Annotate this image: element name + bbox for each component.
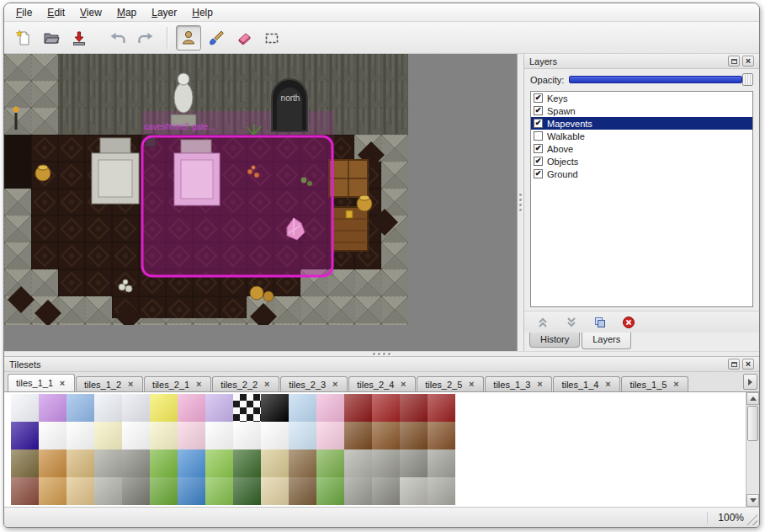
duplicate-layer-button[interactable] <box>592 314 608 331</box>
palette-tile[interactable] <box>11 422 39 450</box>
vertical-splitter[interactable] <box>518 54 523 351</box>
tab-close-icon[interactable] <box>672 380 680 389</box>
palette-tile[interactable] <box>316 450 344 477</box>
palette-tile[interactable] <box>372 422 400 450</box>
scrollbar-track[interactable] <box>746 442 759 494</box>
palette-tile[interactable] <box>372 394 400 422</box>
raise-layer-button[interactable] <box>534 314 551 331</box>
layer-row[interactable]: Objects <box>531 155 752 168</box>
palette-tile[interactable] <box>261 422 289 450</box>
tab-layers[interactable]: Layers <box>582 332 631 349</box>
palette-tile[interactable] <box>150 450 178 477</box>
layer-row[interactable]: Above <box>531 142 752 155</box>
palette-tile[interactable] <box>233 477 261 505</box>
gold-pot-left[interactable] <box>35 165 50 181</box>
tab-close-icon[interactable] <box>194 380 203 389</box>
horizontal-splitter[interactable] <box>4 351 759 357</box>
close-dock-button[interactable] <box>742 56 754 66</box>
tab-close-icon[interactable] <box>263 380 271 389</box>
delete-layer-button[interactable] <box>620 314 637 331</box>
palette-tile[interactable] <box>205 422 233 450</box>
layer-visibility-checkbox[interactable] <box>534 169 543 178</box>
layer-list[interactable]: Keys Spawn Mapevents Walkable Above <box>530 91 753 307</box>
palette-tile[interactable] <box>178 450 205 477</box>
palette-tile[interactable] <box>205 450 233 477</box>
tileset-tab[interactable]: tiles_1_2 <box>76 376 143 391</box>
palette-tile[interactable] <box>11 477 39 505</box>
map-canvas[interactable]: north <box>4 54 518 351</box>
palette-tile[interactable] <box>66 394 94 422</box>
menu-file[interactable]: File <box>9 5 39 20</box>
menu-help[interactable]: Help <box>185 5 220 20</box>
palette-tile[interactable] <box>344 394 372 422</box>
layer-visibility-checkbox[interactable] <box>534 144 543 153</box>
palette-tile[interactable] <box>150 422 178 450</box>
palette-tile[interactable] <box>66 477 94 505</box>
gold-pot-right[interactable] <box>357 195 372 211</box>
palette-tile[interactable] <box>289 477 316 505</box>
palette-tile[interactable] <box>122 394 150 422</box>
tileset-tab[interactable]: tiles_2_5 <box>417 376 484 391</box>
palette-tile[interactable] <box>344 422 372 450</box>
palette-tile[interactable] <box>428 394 455 422</box>
map-render[interactable]: north <box>4 54 408 325</box>
palette-tile[interactable] <box>428 450 455 477</box>
palette-tile[interactable] <box>316 422 344 450</box>
palette-tile[interactable] <box>289 422 316 450</box>
layer-visibility-checkbox[interactable] <box>534 106 543 115</box>
close-dock-button[interactable] <box>742 359 754 370</box>
palette-tile[interactable] <box>122 450 150 477</box>
palette-tile[interactable] <box>233 422 261 450</box>
tab-close-icon[interactable] <box>603 380 612 389</box>
rect-select-tool-button[interactable] <box>259 25 284 51</box>
palette-tile[interactable] <box>400 394 428 422</box>
brush-tool-button[interactable] <box>204 25 229 51</box>
palette-tile[interactable] <box>372 450 400 477</box>
layer-visibility-checkbox[interactable] <box>534 157 543 166</box>
palette-tile[interactable] <box>150 394 178 422</box>
tab-close-icon[interactable] <box>467 380 475 389</box>
eraser-tool-button[interactable] <box>231 25 257 51</box>
menu-edit[interactable]: Edit <box>40 5 72 20</box>
menu-view[interactable]: View <box>73 5 109 20</box>
scroll-down-button[interactable] <box>746 494 759 507</box>
palette-tile[interactable] <box>372 477 400 505</box>
north-portal[interactable] <box>272 79 307 131</box>
save-button[interactable] <box>66 25 92 51</box>
chest[interactable] <box>331 207 368 251</box>
palette-tile[interactable] <box>66 450 94 477</box>
palette-tile[interactable] <box>150 477 178 505</box>
palette-tile[interactable] <box>400 422 428 450</box>
layer-row[interactable]: Ground <box>531 168 752 180</box>
float-dock-button[interactable] <box>728 359 740 370</box>
palette-tile[interactable] <box>122 477 150 505</box>
layer-row[interactable]: Spawn <box>531 104 752 117</box>
palette-tile[interactable] <box>400 450 428 477</box>
menu-layer[interactable]: Layer <box>145 5 183 20</box>
new-file-button[interactable] <box>11 25 36 51</box>
tileset-tab[interactable]: tiles_1_3 <box>485 376 552 391</box>
tab-scroll-right-button[interactable] <box>743 374 757 390</box>
palette-tile[interactable] <box>94 450 122 477</box>
tileset-tab[interactable]: tiles_1_5 <box>621 376 688 391</box>
tileset-tab[interactable]: tiles_2_1 <box>144 376 211 391</box>
palette-tile[interactable] <box>39 394 66 422</box>
lower-layer-button[interactable] <box>563 314 580 331</box>
palette-tile[interactable] <box>233 394 261 422</box>
palette-tile[interactable] <box>178 422 205 450</box>
palette-tile[interactable] <box>94 477 122 505</box>
tab-close-icon[interactable] <box>331 380 339 389</box>
layer-visibility-checkbox[interactable] <box>534 93 543 103</box>
scroll-up-button[interactable] <box>746 392 759 405</box>
palette-tile[interactable] <box>289 394 316 422</box>
crate[interactable] <box>329 160 368 197</box>
scrollbar-thumb[interactable] <box>747 406 758 441</box>
undo-button[interactable] <box>105 25 130 51</box>
palette-tile[interactable] <box>94 394 122 422</box>
opacity-slider[interactable] <box>569 73 753 86</box>
palette-tile[interactable] <box>66 422 94 450</box>
layer-row[interactable]: Walkable <box>531 130 752 142</box>
tileset-tab[interactable]: tiles_2_3 <box>280 376 348 391</box>
palette-tile[interactable] <box>94 422 122 450</box>
palette-tile[interactable] <box>205 394 233 422</box>
